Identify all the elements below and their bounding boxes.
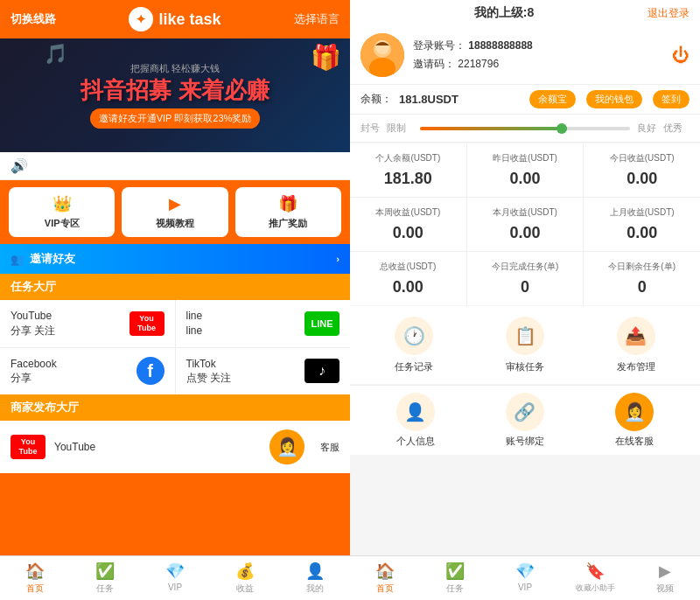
task-youtube-name: YouTube <box>10 309 55 324</box>
logout-button[interactable]: 退出登录 <box>648 6 690 21</box>
online-service-label: 在线客服 <box>615 435 654 448</box>
personal-info-label: 个人信息 <box>396 435 435 448</box>
app-logo: ✦ like task <box>129 7 220 31</box>
line-logo: LINE <box>304 311 340 336</box>
balance-value: 181.8USDT <box>399 93 519 106</box>
action-task-history[interactable]: 🕐 任务记录 <box>360 317 468 373</box>
task-grid: YouTube 分享 关注 YouTube line line LINE Fac… <box>0 300 350 394</box>
account-bind-action[interactable]: 🔗 账号绑定 <box>470 393 579 448</box>
online-service-action[interactable]: 👩‍💼 在线客服 <box>580 393 690 448</box>
user-info: 登录账号： 18888888888 邀请码： 2218796 ⏻ <box>350 26 700 85</box>
task-item-line[interactable]: line line LINE <box>176 300 351 347</box>
right-nav-home[interactable]: 🏠 首页 <box>350 556 420 600</box>
task-item-tiktok[interactable]: TikTok 点赞 关注 ♪ <box>176 348 351 395</box>
wallet-button[interactable]: 我的钱包 <box>586 90 642 108</box>
invite-code-label: 邀请码： <box>413 58 455 70</box>
account-bind-icon: 🔗 <box>506 393 544 431</box>
publish-label: 发布管理 <box>617 360 655 373</box>
stat-month-value: 0.00 <box>474 224 577 242</box>
rating-slider <box>420 127 630 130</box>
invite-arrow: › <box>336 254 340 264</box>
rating-dot <box>556 123 567 134</box>
avatar-svg <box>360 33 404 77</box>
account-value: 18888888888 <box>468 39 532 52</box>
menu-promo-label: 推广奖励 <box>269 217 307 230</box>
vip-icon: 💎 <box>165 562 185 581</box>
menu-item-video[interactable]: ▶ 视频教程 <box>122 187 228 237</box>
stat-tasks-remaining-value: 0 <box>591 278 693 297</box>
yulebao-button[interactable]: 余额宝 <box>529 90 576 108</box>
select-language[interactable]: 选择语言 <box>294 11 340 27</box>
user-avatar <box>360 33 404 77</box>
left-nav-earnings-label: 收益 <box>236 583 254 595</box>
left-nav-vip[interactable]: 💎 VIP <box>140 556 210 600</box>
left-nav-earnings[interactable]: 💰 收益 <box>210 556 280 600</box>
switch-route[interactable]: 切换线路 <box>10 11 56 27</box>
merchant-avatar: 👩‍💼 <box>270 429 304 464</box>
right-nav-vip[interactable]: 💎 VIP <box>490 556 560 600</box>
banner-deco-right: 🎁 <box>311 43 341 72</box>
right-nav-collection[interactable]: 🔖 收藏小助手 <box>560 556 630 600</box>
left-nav-mine[interactable]: 👤 我的 <box>280 556 350 600</box>
stat-total-value: 0.00 <box>357 278 459 297</box>
power-icon[interactable]: ⏻ <box>672 45 690 66</box>
sound-bar: 🔊 <box>0 152 350 180</box>
task-youtube-text: YouTube 分享 关注 <box>10 309 55 338</box>
rating-good: 良好 <box>637 122 663 135</box>
personal-info-action[interactable]: 👤 个人信息 <box>360 393 470 448</box>
task-facebook-name: Facebook <box>10 357 57 372</box>
left-panel: 切换线路 ✦ like task 选择语言 🎵 把握商机 轻松赚大钱 抖音招募 … <box>0 0 350 600</box>
rating-row: 封号 限制 良好 优秀 <box>350 115 700 143</box>
left-nav-home[interactable]: 🏠 首页 <box>0 556 70 600</box>
right-video-label: 视频 <box>656 583 674 595</box>
banner-deco-left: 🎵 <box>44 43 67 66</box>
stat-today-earnings: 今日收益(USDT) 0.00 <box>584 143 700 197</box>
left-nav-task[interactable]: ✅ 任务 <box>70 556 140 600</box>
right-panel: 我的上级:8 退出登录 登录账号： 18888888888 邀请码： 22187… <box>350 0 700 600</box>
stat-total-label: 总收益(USDT) <box>357 261 459 273</box>
task-tiktok-text: TikTok 点赞 关注 <box>186 357 231 387</box>
task-item-facebook[interactable]: Facebook 分享 f <box>0 348 175 395</box>
menu-item-promo[interactable]: 🎁 推广奖励 <box>235 187 341 237</box>
user-details: 登录账号： 18888888888 邀请码： 2218796 <box>413 38 663 72</box>
left-nav-task-label: 任务 <box>96 583 114 595</box>
action-row: 🕐 任务记录 📋 审核任务 📤 发布管理 <box>350 306 700 384</box>
rating-limited: 限制 <box>387 122 413 135</box>
invite-bar[interactable]: 👥 邀请好友 › <box>0 244 350 274</box>
banner-main-title: 抖音招募 来着必赚 <box>80 77 269 104</box>
right-video-icon: ▶ <box>659 562 671 581</box>
tiktok-logo: ♪ <box>304 359 340 383</box>
left-bottom-nav: 🏠 首页 ✅ 任务 💎 VIP 💰 收益 👤 我的 <box>0 555 350 600</box>
crown-icon: 👑 <box>52 194 72 213</box>
stat-lastmonth-value: 0.00 <box>591 224 693 242</box>
mine-icon: 👤 <box>305 562 325 581</box>
signin-button[interactable]: 签到 <box>653 90 690 108</box>
right-task-icon: ✅ <box>445 562 465 581</box>
merchant-yt-logo: YouTube <box>10 435 46 459</box>
banner-content: 把握商机 轻松赚大钱 抖音招募 来着必赚 邀请好友开通VIP 即刻获取23%奖励 <box>80 62 269 128</box>
menu-video-label: 视频教程 <box>156 217 194 230</box>
right-nav-video[interactable]: ▶ 视频 <box>630 556 700 600</box>
right-spacer <box>350 455 700 555</box>
stat-last-month-earnings: 上月收益(USDT) 0.00 <box>584 198 700 251</box>
right-header: 我的上级:8 退出登录 <box>350 0 700 26</box>
balance-row: 余额： 181.8USDT 余额宝 我的钱包 签到 <box>350 85 700 115</box>
task-item-youtube[interactable]: YouTube 分享 关注 YouTube <box>0 300 175 347</box>
merchant-section-label: 商家发布大厅 <box>10 401 79 414</box>
play-icon: ▶ <box>169 194 181 213</box>
right-bottom-nav: 🏠 首页 ✅ 任务 💎 VIP 🔖 收藏小助手 ▶ 视频 <box>350 555 700 600</box>
stat-month-earnings: 本月收益(USDT) 0.00 <box>467 198 584 251</box>
banner-promo: 邀请好友开通VIP 即刻获取23%奖励 <box>90 108 261 129</box>
menu-item-vip[interactable]: 👑 VIP专区 <box>9 187 115 237</box>
action-review-task[interactable]: 📋 审核任务 <box>472 317 579 373</box>
action-publish-manage[interactable]: 📤 发布管理 <box>582 317 690 373</box>
task-line-sub: line <box>186 324 203 338</box>
user-account: 登录账号： 18888888888 <box>413 38 663 53</box>
task-tiktok-name: TikTok <box>186 357 231 372</box>
stat-tasks-remaining-label: 今日剩余任务(单) <box>591 261 693 273</box>
invite-label: 邀请好友 <box>30 251 75 267</box>
right-vip-label: VIP <box>518 583 532 592</box>
right-nav-task[interactable]: ✅ 任务 <box>420 556 490 600</box>
right-home-label: 首页 <box>376 583 394 595</box>
stat-total-earnings: 总收益(USDT) 0.00 <box>350 252 466 305</box>
